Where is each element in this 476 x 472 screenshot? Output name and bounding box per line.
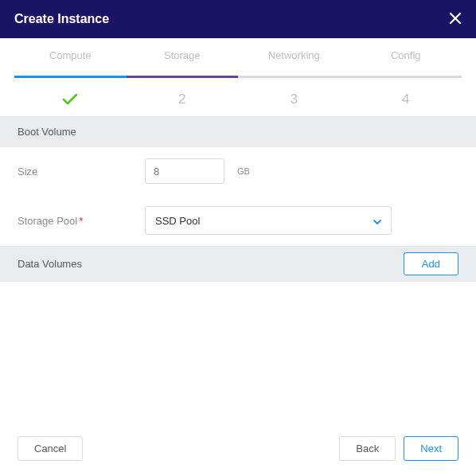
storage-pool-label-text: Storage Pool <box>18 215 77 227</box>
cancel-button[interactable]: Cancel <box>18 436 83 461</box>
step-label: Networking <box>268 49 320 68</box>
step-number: 4 <box>402 91 409 108</box>
content-spacer <box>0 282 476 425</box>
step-bar <box>350 76 462 78</box>
footer-right: Back Next <box>339 436 458 461</box>
section-boot-volume-header: Boot Volume <box>0 116 476 147</box>
storage-pool-label: Storage Pool* <box>18 215 137 227</box>
step-number: 3 <box>291 91 298 108</box>
step-number: 2 <box>178 91 185 108</box>
add-button[interactable]: Add <box>404 252 458 275</box>
step-bar <box>14 76 127 78</box>
storage-pool-select-wrap: SSD Pool <box>145 206 392 235</box>
step-bar <box>238 76 350 78</box>
chevron-down-icon <box>373 215 381 227</box>
step-label: Config <box>391 49 421 68</box>
row-size: Size GB <box>0 147 476 195</box>
back-button[interactable]: Back <box>339 436 396 461</box>
wizard-steps: Compute Storage 2 Networking 3 Config 4 <box>0 38 476 116</box>
step-label: Compute <box>49 49 92 68</box>
check-icon <box>62 91 78 108</box>
step-label: Storage <box>164 49 201 68</box>
dialog-header: Create Instance <box>0 0 476 38</box>
data-volumes-title: Data Volumes <box>18 258 82 270</box>
size-unit: GB <box>237 166 250 176</box>
step-networking[interactable]: Networking 3 <box>238 49 350 116</box>
step-storage[interactable]: Storage 2 <box>127 49 239 116</box>
next-button[interactable]: Next <box>404 436 458 461</box>
size-input[interactable] <box>145 158 224 184</box>
step-config[interactable]: Config 4 <box>350 49 462 116</box>
dialog-title: Create Instance <box>14 12 109 26</box>
size-label: Size <box>18 166 137 177</box>
dialog-footer: Cancel Back Next <box>0 425 476 472</box>
required-asterisk: * <box>79 215 83 227</box>
storage-pool-select[interactable]: SSD Pool <box>145 206 392 235</box>
step-compute[interactable]: Compute <box>14 49 127 116</box>
close-icon[interactable] <box>449 11 462 27</box>
section-data-volumes-header: Data Volumes Add <box>0 246 476 282</box>
storage-pool-value: SSD Pool <box>155 215 200 227</box>
step-bar <box>127 76 239 78</box>
row-storage-pool: Storage Pool* SSD Pool <box>0 195 476 246</box>
